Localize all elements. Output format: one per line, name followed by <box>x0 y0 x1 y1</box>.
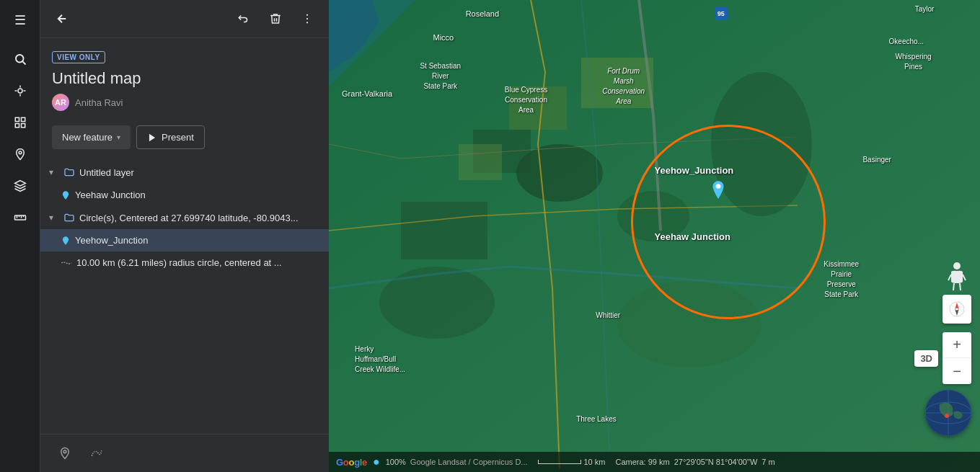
svg-rect-23 <box>581 58 653 108</box>
sidebar: VIEW ONLY Untitled map AR Anitha Ravi Ne… <box>40 0 329 472</box>
svg-point-17 <box>63 450 66 453</box>
svg-line-34 <box>960 283 961 290</box>
layer-2-item-2[interactable]: 10.00 km (6.21 miles) radius circle, cen… <box>40 251 329 274</box>
pin-icon-2 <box>61 236 71 246</box>
zoom-in-button[interactable]: + <box>943 332 971 358</box>
location-icon <box>14 148 27 164</box>
layer-1-label: Untitled layer <box>79 167 320 178</box>
delete-button[interactable] <box>262 6 288 32</box>
zoom-out-button[interactable]: − <box>943 358 971 384</box>
present-label: Present <box>162 132 194 143</box>
layer-1-header[interactable]: ▾ Untitled layer <box>40 161 329 184</box>
present-icon <box>147 133 157 143</box>
scale-label: 10 km <box>584 458 606 466</box>
svg-point-30 <box>953 262 961 270</box>
zoom-level: 100% <box>386 458 406 466</box>
present-button[interactable]: Present <box>136 125 205 149</box>
compass-button[interactable] <box>943 295 971 324</box>
stack-icon <box>14 179 27 196</box>
street-view-button[interactable] <box>946 262 968 290</box>
svg-point-20 <box>617 191 689 241</box>
layer-1-item-1[interactable]: Yeehaw Junction <box>40 184 329 206</box>
gallery-icon-button[interactable] <box>6 110 35 138</box>
layer-1-toggle-icon: ▾ <box>49 167 59 177</box>
layers-icon <box>14 84 27 101</box>
highway-95-shield: 95 <box>715 7 728 20</box>
svg-line-32 <box>963 275 966 280</box>
add-line-button[interactable] <box>84 440 110 466</box>
map-background <box>329 0 980 472</box>
layers-icon-button[interactable] <box>6 78 35 107</box>
map-controls: 3D + − <box>914 262 971 436</box>
ruler-icon <box>14 211 27 228</box>
stack-icon-button[interactable] <box>6 173 35 202</box>
svg-point-14 <box>306 18 308 19</box>
avatar: AR <box>52 94 69 111</box>
more-options-button[interactable] <box>294 6 320 32</box>
folder-icon-2 <box>63 212 75 223</box>
location-icon-button[interactable] <box>6 141 35 170</box>
new-feature-button[interactable]: New feature ▾ <box>52 125 131 149</box>
gallery-icon <box>14 116 27 133</box>
layer-tree: ▾ Untitled layer Yeehaw Junction ▾ Circl… <box>40 158 329 434</box>
coordinates: 27°29'05"N 81°04'00"W <box>674 458 758 466</box>
layer-2-header[interactable]: ▾ Circle(s), Centered at 27.699740 latit… <box>40 206 329 229</box>
svg-rect-22 <box>401 202 487 259</box>
menu-icon-button[interactable]: ☰ <box>6 6 35 35</box>
undo-button[interactable] <box>231 6 257 32</box>
pin-icon <box>61 190 71 200</box>
layer-2-toggle-icon: ▾ <box>49 213 59 223</box>
attribution-text: Google Landsat / Copernicus D... <box>410 458 528 466</box>
svg-rect-3 <box>15 117 19 121</box>
svg-line-33 <box>953 283 954 290</box>
svg-point-7 <box>19 151 22 153</box>
svg-rect-25 <box>459 144 502 180</box>
svg-point-28 <box>711 72 812 216</box>
folder-icon <box>63 166 75 178</box>
map-title-area: VIEW ONLY Untitled map AR Anitha Ravi <box>40 38 329 120</box>
circle-line-icon <box>61 259 72 267</box>
svg-point-43 <box>945 414 949 418</box>
search-icon <box>14 53 27 69</box>
layer-2-label: Circle(s), Centered at 27.699740 latitud… <box>79 213 320 223</box>
layer-2-item-1[interactable]: Yeehow_Junction <box>40 229 329 251</box>
svg-point-13 <box>306 14 308 16</box>
svg-line-1 <box>22 61 25 64</box>
scale-bar: 10 km <box>538 458 606 466</box>
add-pin-icon <box>58 447 71 460</box>
layer-1-item-1-label: Yeehaw Junction <box>75 190 320 200</box>
layer-2-item-1-label: Yeehow_Junction <box>75 235 320 246</box>
back-button[interactable] <box>49 6 75 32</box>
svg-point-26 <box>379 267 495 339</box>
author-row: AR Anitha Ravi <box>52 94 317 111</box>
map-area[interactable]: 95 Roseland Micco Grant-Valkaria St Seba… <box>329 0 980 472</box>
view-only-badge: VIEW ONLY <box>52 51 105 63</box>
add-pin-button[interactable] <box>52 440 78 466</box>
svg-line-31 <box>948 275 951 280</box>
map-title: Untitled map <box>52 69 317 88</box>
map-bottom-bar: Google ● 100% Google Landsat / Copernicu… <box>329 452 980 472</box>
svg-point-27 <box>617 281 762 368</box>
dropdown-arrow-icon: ▾ <box>117 133 120 141</box>
new-feature-label: New feature <box>62 132 112 143</box>
zoom-level-dot: ● <box>373 455 380 468</box>
3d-button[interactable]: 3D <box>914 350 938 367</box>
svg-marker-16 <box>149 133 155 141</box>
svg-rect-6 <box>21 123 25 127</box>
ruler-icon-button[interactable] <box>6 205 35 233</box>
svg-point-0 <box>16 55 24 63</box>
search-icon-button[interactable] <box>6 46 35 75</box>
author-name: Anitha Ravi <box>75 97 123 108</box>
icon-bar: ☰ <box>0 0 40 472</box>
google-logo: Google <box>336 457 367 468</box>
svg-point-15 <box>306 22 308 23</box>
layer-2-item-2-label: 10.00 km (6.21 miles) radius circle, cen… <box>76 257 320 268</box>
menu-icon: ☰ <box>14 12 26 28</box>
globe-minimap[interactable] <box>925 390 971 436</box>
elevation: 7 m <box>762 458 774 466</box>
svg-rect-4 <box>21 117 25 121</box>
svg-rect-5 <box>15 123 19 127</box>
svg-point-2 <box>18 89 22 93</box>
zoom-controls: + − <box>943 332 971 384</box>
svg-rect-24 <box>509 86 567 130</box>
